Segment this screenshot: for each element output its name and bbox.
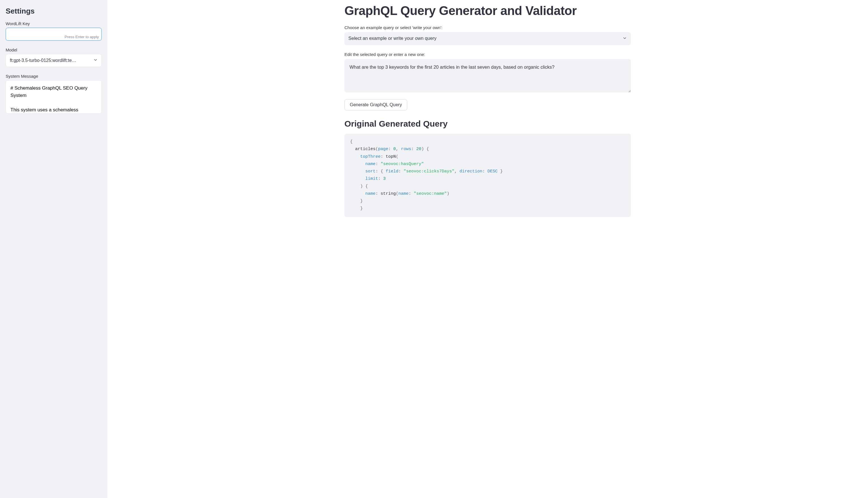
generate-button[interactable]: Generate GraphQL Query bbox=[345, 99, 407, 110]
model-select[interactable]: ft:gpt-3.5-turbo-0125:wordlift:te… bbox=[6, 54, 102, 67]
sidebar-title: Settings bbox=[6, 7, 102, 15]
wordlift-key-label: WordLift Key bbox=[6, 21, 102, 26]
main-content: GraphQL Query Generator and Validator Ch… bbox=[336, 0, 639, 498]
wordlift-key-input[interactable] bbox=[6, 28, 102, 41]
example-query-selected: Select an example or write your own quer… bbox=[348, 36, 437, 41]
model-label: Model bbox=[6, 48, 102, 52]
system-message-label: System Message bbox=[6, 74, 102, 79]
model-selected-value: ft:gpt-3.5-turbo-0125:wordlift:te… bbox=[10, 58, 76, 63]
result-heading: Original Generated Query bbox=[345, 119, 631, 129]
example-query-label: Choose an example query or select 'write… bbox=[345, 25, 631, 30]
query-textarea[interactable] bbox=[345, 59, 631, 92]
system-message-textarea[interactable] bbox=[6, 80, 102, 114]
example-query-select[interactable]: Select an example or write your own quer… bbox=[345, 32, 631, 45]
generated-query-code: { articles(page: 0, rows: 20) { topThree… bbox=[345, 134, 631, 217]
edit-query-label: Edit the selected query or enter a new o… bbox=[345, 52, 631, 57]
settings-sidebar: Settings WordLift Key Press Enter to app… bbox=[0, 0, 107, 498]
page-title: GraphQL Query Generator and Validator bbox=[345, 3, 631, 18]
